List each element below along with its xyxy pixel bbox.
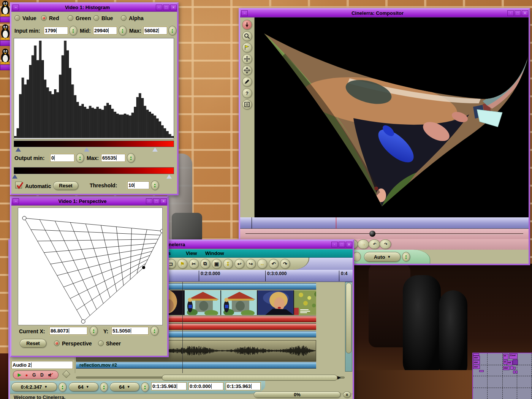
perspective-mode-radio[interactable]: [54, 340, 60, 346]
zoom-tumbler[interactable]: ▲▼: [402, 252, 410, 261]
mid-tumbler[interactable]: ▲▼: [119, 26, 127, 35]
duration-tumbler[interactable]: ▲▼: [59, 382, 66, 392]
minimize-icon[interactable]: –: [241, 10, 248, 16]
selection-end-field[interactable]: 0:1:35.963: [226, 382, 261, 390]
maximize-icon[interactable]: □: [153, 198, 160, 204]
desktop-pager[interactable]: xterxterxterViCinelVinelxter: [472, 353, 532, 399]
pager-window-xter[interactable]: xter: [503, 366, 510, 370]
close-icon[interactable]: ×: [170, 5, 177, 10]
histogram-titlebar[interactable]: – Video 1: Histogram · □ ×: [11, 4, 177, 12]
amplitude-tumbler[interactable]: ▲▼: [100, 382, 108, 392]
automatic-checkbox[interactable]: [15, 182, 22, 188]
play-toggle-icon[interactable]: ▶: [18, 372, 21, 377]
histogram-reset-button[interactable]: Reset: [53, 181, 78, 190]
tool-info-button[interactable]: ?: [242, 88, 252, 98]
magnify-button[interactable]: [242, 31, 252, 41]
draw-toggle[interactable]: D: [40, 372, 44, 378]
track-title-field[interactable]: Audio 2: [11, 361, 73, 369]
pager-window[interactable]: [513, 359, 518, 365]
input-min-tumbler[interactable]: ▲▼: [69, 26, 77, 35]
horizontal-scrollbar[interactable]: ▶: [76, 375, 345, 381]
gang-toggle[interactable]: G: [32, 372, 36, 378]
input-max-slider[interactable]: [152, 147, 158, 152]
vertical-scrollbar-thumb[interactable]: [346, 283, 352, 353]
paste-before-button[interactable]: ↩: [234, 259, 244, 269]
sheer-mode-radio[interactable]: [98, 340, 104, 346]
compositor-zoom-dropdown[interactable]: Auto ▼: [364, 252, 401, 262]
pager-window[interactable]: [510, 366, 513, 370]
vertical-scrollbar[interactable]: [345, 282, 352, 372]
output-min-slider[interactable]: [12, 174, 17, 179]
paste-button[interactable]: ▣: [212, 259, 222, 269]
channel-radio-blue[interactable]: [93, 15, 99, 21]
output-max-field[interactable]: 65535: [101, 154, 125, 162]
close-icon[interactable]: ×: [160, 198, 167, 204]
input-max-tumbler[interactable]: ▲▼: [168, 26, 176, 35]
tux-icon[interactable]: [0, 0, 11, 16]
record-toggle-icon[interactable]: ●: [25, 373, 28, 377]
timeline-playhead[interactable]: [182, 282, 183, 373]
tux-icon[interactable]: [0, 24, 11, 40]
compositor-timebar[interactable]: [240, 217, 529, 229]
threshold-field[interactable]: 10: [127, 181, 149, 189]
redo-button[interactable]: ↷: [380, 239, 391, 249]
pager-window-Vi[interactable]: Vi: [503, 354, 508, 359]
maximize-icon[interactable]: □: [339, 242, 345, 247]
perspective-canvas[interactable]: [18, 207, 163, 325]
output-max-tumbler[interactable]: ▲▼: [127, 153, 135, 163]
hscroll-thumb[interactable]: [162, 375, 337, 381]
crop-button[interactable]: [242, 77, 252, 87]
perspective-titlebar[interactable]: – Video 1: Perspective · □ ×: [11, 198, 167, 206]
output-max-slider[interactable]: [166, 174, 172, 179]
input-min-field[interactable]: 1799: [44, 27, 68, 35]
channel-radio-value[interactable]: [14, 15, 20, 21]
pager-window[interactable]: [516, 370, 518, 374]
y-tumbler[interactable]: ▲▼: [150, 326, 158, 336]
pager-window-xter[interactable]: xter: [473, 356, 480, 360]
amplitude-zoom-dropdown[interactable]: 64 ▼: [69, 382, 98, 391]
pager-window[interactable]: [479, 370, 484, 372]
compositor-titlebar[interactable]: – Cinelerra: Compositor · □ ×: [240, 10, 529, 17]
menu-icon[interactable]: ·: [331, 242, 338, 247]
minimize-icon[interactable]: –: [13, 198, 19, 204]
maximize-icon[interactable]: □: [515, 10, 521, 16]
selection-length-field[interactable]: 0:0:0.000: [188, 382, 223, 390]
pager-window-nel[interactable]: nel: [507, 361, 513, 365]
input-min-slider[interactable]: [16, 147, 21, 152]
cut-button[interactable]: ✂: [189, 259, 199, 269]
pager-window-Cinel[interactable]: Cinel: [509, 353, 518, 359]
hscroll-arrow-icon[interactable]: ▶: [337, 375, 340, 380]
mute-speaker-icon[interactable]: [48, 372, 54, 378]
protect-video-button[interactable]: [242, 20, 252, 30]
tux-icon[interactable]: [0, 48, 11, 64]
y-field[interactable]: 51.5050: [111, 327, 149, 335]
slider-ball[interactable]: [369, 231, 375, 237]
slider-groove[interactable]: [245, 233, 523, 234]
channel-radio-red[interactable]: [41, 15, 47, 21]
compositor-playhead[interactable]: [336, 217, 336, 229]
menu-icon[interactable]: ·: [146, 198, 152, 204]
pager-window-xter[interactable]: xter: [473, 365, 480, 369]
channel-radio-green[interactable]: [68, 15, 73, 21]
label-button[interactable]: ⚑: [177, 259, 187, 269]
minimize-icon[interactable]: –: [13, 5, 19, 10]
trackheight-tumbler[interactable]: ▲▼: [141, 382, 149, 392]
menu-icon[interactable]: ·: [507, 10, 514, 16]
input-max-field[interactable]: 58082: [143, 27, 167, 35]
menu-icon[interactable]: ·: [156, 5, 162, 10]
undo-button[interactable]: ↶: [369, 239, 380, 249]
selection-start-field[interactable]: 0:1:35.963: [151, 382, 187, 390]
close-icon[interactable]: ×: [346, 242, 352, 247]
threshold-tumbler[interactable]: ▲▼: [151, 180, 159, 190]
audio2-edit-titlebar[interactable]: reflection.mov #2: [76, 362, 316, 369]
projector-button[interactable]: [242, 65, 252, 75]
output-min-field[interactable]: 0: [50, 154, 74, 162]
current-x-tumbler[interactable]: ▲▼: [90, 326, 98, 336]
maximize-icon[interactable]: □: [163, 5, 169, 10]
output-min-tumbler[interactable]: ▲▼: [76, 153, 84, 163]
fit-selection-button[interactable]: ↔: [257, 259, 267, 269]
to-clip-button[interactable]: ↧: [223, 259, 233, 269]
input-mid-slider[interactable]: [84, 147, 89, 152]
close-icon[interactable]: ×: [522, 10, 528, 16]
perspective-reset-button[interactable]: Reset: [20, 339, 46, 348]
